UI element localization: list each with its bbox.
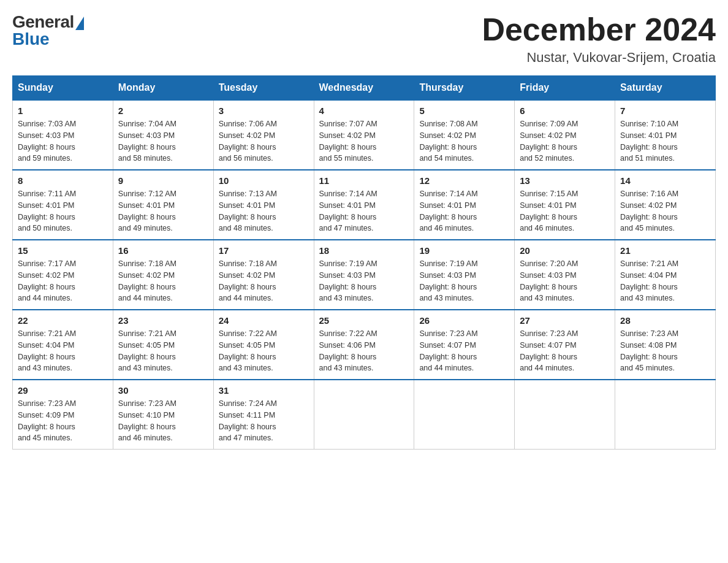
day-info: Sunrise: 7:23 AM Sunset: 4:07 PM Dayligh…: [520, 328, 610, 374]
calendar-week-row: 29 Sunrise: 7:23 AM Sunset: 4:09 PM Dayl…: [13, 380, 716, 450]
calendar-cell: [314, 380, 414, 450]
calendar-cell: 2 Sunrise: 7:04 AM Sunset: 4:03 PM Dayli…: [113, 100, 213, 170]
day-number: 14: [620, 175, 710, 186]
day-number: 22: [18, 315, 108, 326]
day-number: 6: [520, 105, 610, 116]
day-number: 13: [520, 175, 610, 186]
day-number: 26: [419, 315, 509, 326]
day-number: 11: [319, 175, 409, 186]
column-header-sunday: Sunday: [13, 76, 113, 101]
day-info: Sunrise: 7:07 AM Sunset: 4:02 PM Dayligh…: [319, 118, 409, 164]
day-info: Sunrise: 7:14 AM Sunset: 4:01 PM Dayligh…: [419, 188, 509, 234]
calendar-cell: 7 Sunrise: 7:10 AM Sunset: 4:01 PM Dayli…: [615, 100, 716, 170]
day-info: Sunrise: 7:15 AM Sunset: 4:01 PM Dayligh…: [520, 188, 610, 234]
calendar-week-row: 8 Sunrise: 7:11 AM Sunset: 4:01 PM Dayli…: [13, 170, 716, 240]
calendar-cell: 22 Sunrise: 7:21 AM Sunset: 4:04 PM Dayl…: [13, 310, 113, 380]
calendar-cell: 5 Sunrise: 7:08 AM Sunset: 4:02 PM Dayli…: [414, 100, 515, 170]
day-number: 24: [219, 315, 309, 326]
column-header-wednesday: Wednesday: [314, 76, 414, 101]
calendar-week-row: 1 Sunrise: 7:03 AM Sunset: 4:03 PM Dayli…: [13, 100, 716, 170]
day-info: Sunrise: 7:18 AM Sunset: 4:02 PM Dayligh…: [219, 258, 309, 304]
day-info: Sunrise: 7:23 AM Sunset: 4:09 PM Dayligh…: [18, 398, 108, 444]
page-header: General Blue December 2024 Nustar, Vukov…: [12, 12, 716, 66]
day-info: Sunrise: 7:18 AM Sunset: 4:02 PM Dayligh…: [118, 258, 208, 304]
day-number: 27: [520, 315, 610, 326]
calendar-table: SundayMondayTuesdayWednesdayThursdayFrid…: [12, 75, 716, 450]
calendar-cell: [515, 380, 615, 450]
calendar-cell: 31 Sunrise: 7:24 AM Sunset: 4:11 PM Dayl…: [213, 380, 314, 450]
calendar-cell: 10 Sunrise: 7:13 AM Sunset: 4:01 PM Dayl…: [213, 170, 314, 240]
day-info: Sunrise: 7:23 AM Sunset: 4:10 PM Dayligh…: [118, 398, 208, 444]
title-section: December 2024 Nustar, Vukovar-Srijem, Cr…: [482, 12, 716, 66]
day-number: 25: [319, 315, 409, 326]
day-number: 18: [319, 245, 409, 256]
calendar-cell: 29 Sunrise: 7:23 AM Sunset: 4:09 PM Dayl…: [13, 380, 113, 450]
calendar-cell: 25 Sunrise: 7:22 AM Sunset: 4:06 PM Dayl…: [314, 310, 414, 380]
calendar-cell: 27 Sunrise: 7:23 AM Sunset: 4:07 PM Dayl…: [515, 310, 615, 380]
day-info: Sunrise: 7:22 AM Sunset: 4:05 PM Dayligh…: [219, 328, 309, 374]
calendar-cell: 12 Sunrise: 7:14 AM Sunset: 4:01 PM Dayl…: [414, 170, 515, 240]
day-info: Sunrise: 7:19 AM Sunset: 4:03 PM Dayligh…: [419, 258, 509, 304]
day-info: Sunrise: 7:23 AM Sunset: 4:07 PM Dayligh…: [419, 328, 509, 374]
day-info: Sunrise: 7:14 AM Sunset: 4:01 PM Dayligh…: [319, 188, 409, 234]
day-info: Sunrise: 7:24 AM Sunset: 4:11 PM Dayligh…: [219, 398, 309, 444]
day-number: 1: [18, 105, 108, 116]
day-number: 28: [620, 315, 710, 326]
day-info: Sunrise: 7:21 AM Sunset: 4:04 PM Dayligh…: [620, 258, 710, 304]
day-number: 31: [219, 385, 309, 396]
calendar-cell: 28 Sunrise: 7:23 AM Sunset: 4:08 PM Dayl…: [615, 310, 716, 380]
calendar-cell: 9 Sunrise: 7:12 AM Sunset: 4:01 PM Dayli…: [113, 170, 213, 240]
calendar-header-row: SundayMondayTuesdayWednesdayThursdayFrid…: [13, 76, 716, 101]
calendar-cell: 6 Sunrise: 7:09 AM Sunset: 4:02 PM Dayli…: [515, 100, 615, 170]
column-header-friday: Friday: [515, 76, 615, 101]
day-info: Sunrise: 7:03 AM Sunset: 4:03 PM Dayligh…: [18, 118, 108, 164]
day-info: Sunrise: 7:12 AM Sunset: 4:01 PM Dayligh…: [118, 188, 208, 234]
day-number: 12: [419, 175, 509, 186]
day-number: 9: [118, 175, 208, 186]
day-info: Sunrise: 7:08 AM Sunset: 4:02 PM Dayligh…: [419, 118, 509, 164]
logo: General Blue: [12, 12, 84, 49]
day-number: 29: [18, 385, 108, 396]
calendar-cell: 1 Sunrise: 7:03 AM Sunset: 4:03 PM Dayli…: [13, 100, 113, 170]
day-number: 4: [319, 105, 409, 116]
calendar-cell: 16 Sunrise: 7:18 AM Sunset: 4:02 PM Dayl…: [113, 240, 213, 310]
day-info: Sunrise: 7:09 AM Sunset: 4:02 PM Dayligh…: [520, 118, 610, 164]
day-info: Sunrise: 7:21 AM Sunset: 4:05 PM Dayligh…: [118, 328, 208, 374]
day-info: Sunrise: 7:19 AM Sunset: 4:03 PM Dayligh…: [319, 258, 409, 304]
day-number: 5: [419, 105, 509, 116]
day-number: 2: [118, 105, 208, 116]
calendar-week-row: 22 Sunrise: 7:21 AM Sunset: 4:04 PM Dayl…: [13, 310, 716, 380]
logo-blue-text: Blue: [12, 29, 50, 49]
day-number: 17: [219, 245, 309, 256]
calendar-cell: [414, 380, 515, 450]
calendar-cell: 17 Sunrise: 7:18 AM Sunset: 4:02 PM Dayl…: [213, 240, 314, 310]
day-info: Sunrise: 7:17 AM Sunset: 4:02 PM Dayligh…: [18, 258, 108, 304]
calendar-cell: 18 Sunrise: 7:19 AM Sunset: 4:03 PM Dayl…: [314, 240, 414, 310]
calendar-cell: 19 Sunrise: 7:19 AM Sunset: 4:03 PM Dayl…: [414, 240, 515, 310]
calendar-cell: 15 Sunrise: 7:17 AM Sunset: 4:02 PM Dayl…: [13, 240, 113, 310]
calendar-cell: 23 Sunrise: 7:21 AM Sunset: 4:05 PM Dayl…: [113, 310, 213, 380]
calendar-cell: 14 Sunrise: 7:16 AM Sunset: 4:02 PM Dayl…: [615, 170, 716, 240]
day-info: Sunrise: 7:21 AM Sunset: 4:04 PM Dayligh…: [18, 328, 108, 374]
column-header-thursday: Thursday: [414, 76, 515, 101]
day-number: 15: [18, 245, 108, 256]
day-info: Sunrise: 7:23 AM Sunset: 4:08 PM Dayligh…: [620, 328, 710, 374]
calendar-week-row: 15 Sunrise: 7:17 AM Sunset: 4:02 PM Dayl…: [13, 240, 716, 310]
day-number: 23: [118, 315, 208, 326]
day-info: Sunrise: 7:04 AM Sunset: 4:03 PM Dayligh…: [118, 118, 208, 164]
day-info: Sunrise: 7:16 AM Sunset: 4:02 PM Dayligh…: [620, 188, 710, 234]
calendar-cell: 24 Sunrise: 7:22 AM Sunset: 4:05 PM Dayl…: [213, 310, 314, 380]
calendar-cell: 30 Sunrise: 7:23 AM Sunset: 4:10 PM Dayl…: [113, 380, 213, 450]
day-number: 3: [219, 105, 309, 116]
location-subtitle: Nustar, Vukovar-Srijem, Croatia: [482, 50, 716, 66]
column-header-monday: Monday: [113, 76, 213, 101]
day-number: 19: [419, 245, 509, 256]
calendar-cell: 11 Sunrise: 7:14 AM Sunset: 4:01 PM Dayl…: [314, 170, 414, 240]
day-info: Sunrise: 7:22 AM Sunset: 4:06 PM Dayligh…: [319, 328, 409, 374]
day-info: Sunrise: 7:10 AM Sunset: 4:01 PM Dayligh…: [620, 118, 710, 164]
calendar-cell: 13 Sunrise: 7:15 AM Sunset: 4:01 PM Dayl…: [515, 170, 615, 240]
day-info: Sunrise: 7:11 AM Sunset: 4:01 PM Dayligh…: [18, 188, 108, 234]
day-number: 7: [620, 105, 710, 116]
logo-triangle-icon: [75, 17, 84, 30]
day-number: 21: [620, 245, 710, 256]
